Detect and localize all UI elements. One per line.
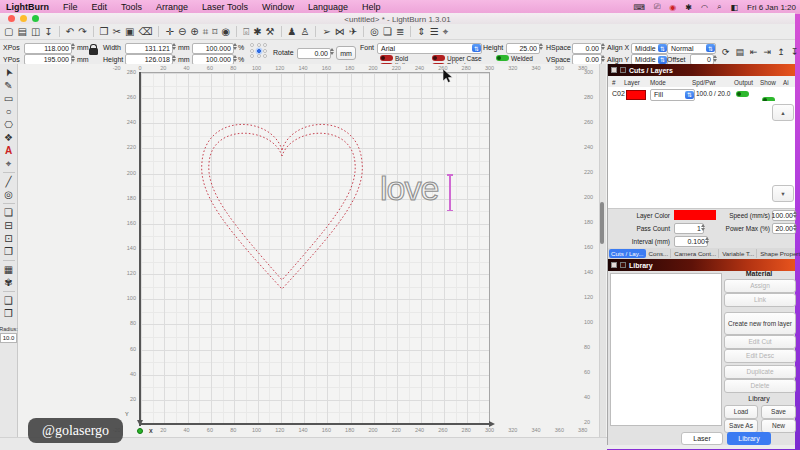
edit-text-tool[interactable]: A (5, 144, 12, 157)
paste-icon[interactable]: ▣ (125, 25, 134, 39)
upper-case-toggle[interactable]: Upper Case (432, 55, 482, 62)
menu-item-language[interactable]: Language (308, 2, 348, 12)
panel-tab-4[interactable]: Shape Properti... (758, 249, 800, 258)
pointer-icon[interactable]: ➢ (322, 25, 330, 39)
send-to-laser-icon[interactable]: ✈ (349, 25, 357, 39)
refresh-icon[interactable]: ⟳ (722, 47, 730, 57)
boolean-subtract-tool[interactable]: ⊟ (4, 219, 12, 232)
welded-toggle-switch[interactable] (496, 55, 509, 61)
print-icon[interactable]: ▤ (736, 47, 745, 57)
close-panel-icon[interactable] (620, 67, 626, 73)
pass-count-input[interactable]: 1 (674, 223, 704, 234)
menu-clock[interactable]: Fri 6 Jan 1:20 (747, 3, 796, 12)
sound-icon[interactable]: ≣ (396, 25, 404, 39)
heart-outline-outer[interactable] (202, 124, 363, 289)
rotate-input[interactable]: 0.00 (297, 48, 331, 59)
measure-tool[interactable]: ╱ (5, 175, 11, 188)
align-bottom-icon[interactable]: ↧ (791, 47, 799, 57)
menu-item-tools[interactable]: Tools (121, 2, 142, 12)
font-select[interactable]: Arial⇅ (377, 43, 482, 54)
copy-icon[interactable]: ❐ (100, 25, 109, 39)
offset-shapes-tool[interactable]: ◎ (4, 188, 13, 201)
layer-list[interactable] (608, 101, 795, 209)
app-menu[interactable]: LightBurn (6, 2, 49, 12)
align-x-select[interactable]: Middle⇅ (631, 43, 668, 54)
frame-selection-icon[interactable]: ⌗ (203, 25, 209, 39)
xpos-input[interactable]: 118.000 (24, 43, 72, 54)
panel-tab-1[interactable]: Cons... (647, 249, 672, 258)
polygon-tool[interactable]: ⎔ (4, 118, 13, 131)
assign-button[interactable]: Assign (724, 279, 796, 293)
material-library-icon[interactable]: ♟ (288, 25, 297, 39)
cut-icon[interactable]: ✂ (113, 25, 121, 39)
settings-icon[interactable]: ✱ (253, 25, 261, 39)
redo-icon[interactable]: ↷ (78, 25, 86, 39)
duplicate-button[interactable]: Duplicate (724, 365, 796, 379)
canvas-scrollbar-thumb[interactable] (600, 202, 604, 244)
open-icon[interactable]: ▤ (17, 25, 26, 39)
camera-icon[interactable]: ◉ (221, 25, 230, 39)
menu-item-arrange[interactable]: Arrange (156, 2, 188, 12)
machine-settings-icon[interactable]: ⚒ (266, 25, 275, 39)
new-button[interactable]: New (761, 419, 796, 433)
edit-desc-button[interactable]: Edit Desc (724, 349, 796, 363)
anchor-center-dot[interactable] (257, 49, 261, 53)
control-center-icon[interactable]: ◧ (731, 3, 739, 12)
save-as-button[interactable]: Save As (724, 419, 758, 433)
align-left-icon[interactable]: ⇤ (750, 47, 758, 57)
panel-tab-2[interactable]: Camera Cont... (672, 249, 719, 258)
link-button[interactable]: Link (724, 293, 796, 307)
pan-icon[interactable]: ✛ (165, 25, 173, 39)
dock-icon[interactable]: ❏ (383, 25, 392, 39)
bold-toggle[interactable]: Bold (380, 55, 408, 62)
menu-item-edit[interactable]: Edit (92, 2, 108, 12)
wifi-icon[interactable]: ◠ (701, 3, 708, 12)
layer-color-swatch[interactable] (626, 90, 646, 100)
distribute-icon[interactable]: ⇕ (417, 25, 425, 39)
workspace-canvas[interactable]: Y X love -200204060801001201401601802002… (18, 64, 607, 437)
grid-array-tool[interactable]: ▦ (4, 263, 13, 276)
heart-outline-inner[interactable] (209, 133, 355, 280)
radius-input[interactable]: 10.0 (0, 333, 17, 343)
menu-item-laser-tools[interactable]: Laser Tools (202, 2, 248, 12)
width-input[interactable]: 131.121 (125, 43, 173, 54)
upper-case-toggle-switch[interactable] (432, 55, 445, 61)
lock-aspect-icon[interactable] (89, 48, 98, 55)
mirror-icon[interactable]: ⋈ (335, 25, 345, 39)
ellipse-tool[interactable]: ○ (5, 105, 11, 118)
width-percent-input[interactable]: 100.000 (192, 43, 234, 54)
float-panel-icon[interactable] (611, 262, 617, 268)
align-rows-icon[interactable]: ☰ (430, 25, 439, 39)
zoom-in-icon[interactable]: ⊕ (190, 25, 198, 39)
record-icon[interactable]: ◉ (669, 3, 676, 12)
circular-array-tool[interactable]: ✾ (4, 276, 12, 289)
draw-lines-tool[interactable]: ✎ (4, 79, 12, 92)
display-icon[interactable]: ⎚ (654, 2, 660, 12)
float-panel-icon[interactable] (611, 67, 617, 73)
shape-library-tool[interactable]: ❒ (4, 307, 13, 320)
move-layer-up-button[interactable]: ▲ (772, 104, 794, 121)
cuts-layers-titlebar[interactable]: Cuts / Layers (608, 64, 795, 76)
user-icon[interactable]: ♙ (301, 25, 310, 39)
menu-item-help[interactable]: Help (362, 2, 381, 12)
align-right-icon[interactable]: ⇥ (764, 47, 772, 57)
font-height-input[interactable]: 25.00 (506, 43, 540, 54)
undo-icon[interactable]: ↶ (66, 25, 74, 39)
zoom-out-icon[interactable]: ⊖ (178, 25, 186, 39)
interval-input[interactable]: 0.100 (674, 236, 708, 247)
boolean-intersect-tool[interactable]: ⊡ (4, 232, 12, 245)
layer-output-toggle[interactable] (736, 91, 749, 97)
layer-row[interactable]: C02 Fill⇅ 100.0 / 20.0 (608, 87, 795, 101)
close-panel-icon[interactable] (620, 262, 626, 268)
preview-icon[interactable]: ⌻ (243, 25, 249, 39)
create-new-from-layer-button[interactable]: Create new from layer (724, 312, 796, 335)
spotlight-icon[interactable]: ⌕ (717, 2, 721, 12)
delete-icon[interactable]: ⌫ (138, 25, 152, 39)
position-laser-tool[interactable]: ⌖ (6, 157, 12, 170)
save-button[interactable]: Save (761, 405, 796, 419)
move-layer-down-button[interactable]: ▼ (772, 185, 794, 202)
menu-item-file[interactable]: File (63, 2, 78, 12)
panel-tab-0[interactable]: Cuts / Lay... (609, 249, 646, 258)
move-to-position-icon[interactable]: ⌖ (443, 25, 449, 39)
rectangle-tool[interactable]: ▭ (4, 92, 13, 105)
